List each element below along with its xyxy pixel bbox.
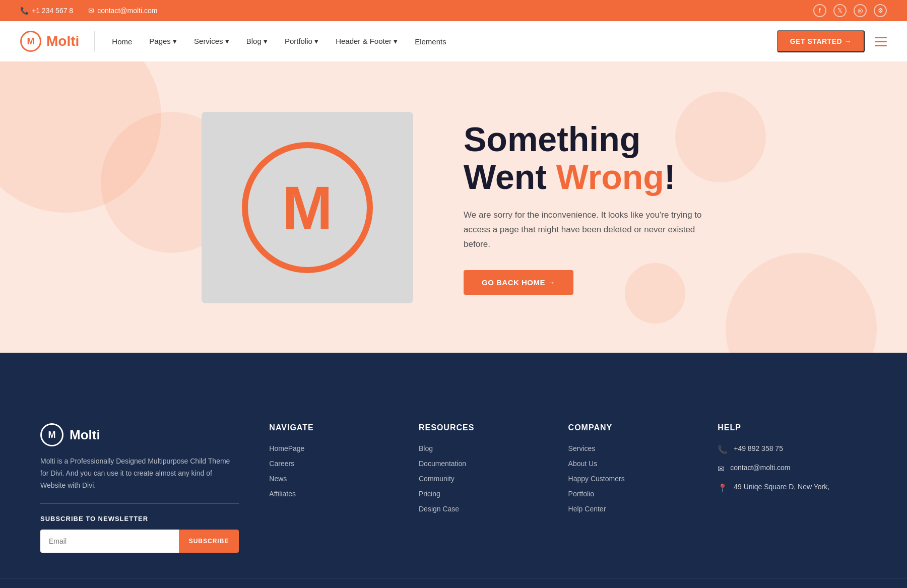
footer-brand-col: M Molti Molti is a Professionally Design… xyxy=(40,423,239,553)
molti-logo-circle: M xyxy=(242,142,373,273)
phone-number: +1 234 567 8 xyxy=(32,7,73,15)
location-icon: 📍 xyxy=(718,483,728,493)
top-bar: 📞 +1 234 567 8 ✉ contact@molti.com f 𝕏 ◎… xyxy=(0,0,907,21)
phone-icon: 📞 xyxy=(20,7,29,15)
help-phone-number: +49 892 358 75 xyxy=(734,444,783,452)
hero-title: Something Went Wrong! xyxy=(464,120,705,196)
bg-circle-3 xyxy=(726,253,877,354)
company-title: COMPANY xyxy=(568,423,688,432)
hamburger-line1 xyxy=(875,37,887,38)
nav-blog[interactable]: Blog ▾ xyxy=(239,33,275,50)
facebook-icon[interactable]: f xyxy=(813,4,826,17)
footer-co-happy-customers[interactable]: Happy Customers xyxy=(568,475,688,483)
footer-co-about[interactable]: About Us xyxy=(568,460,688,468)
footer-nav-homepage[interactable]: HomePage xyxy=(269,444,388,452)
newsletter-email-input[interactable] xyxy=(40,530,179,553)
newsletter-label: SUBSCRIBE TO NEWSLETTER xyxy=(40,515,239,522)
nav-pages[interactable]: Pages ▾ xyxy=(142,33,184,50)
footer-res-community[interactable]: Community xyxy=(419,475,538,483)
logo-icon: M xyxy=(20,31,41,52)
footer-bottom: © Copyright Molti 2020. Made with ♥ Sama… xyxy=(0,578,907,588)
nav-divider xyxy=(94,31,95,51)
hero-title-part2: Went xyxy=(464,158,556,196)
footer-co-services[interactable]: Services xyxy=(568,444,688,452)
logo-text: Molti xyxy=(46,33,79,49)
footer-res-pricing[interactable]: Pricing xyxy=(419,490,538,498)
get-started-button[interactable]: GET STARTED → xyxy=(777,30,865,52)
phone-contact[interactable]: 📞 +1 234 567 8 xyxy=(20,7,73,15)
top-bar-social: f 𝕏 ◎ ⚙ xyxy=(813,4,887,17)
nav-links: Home Pages ▾ Services ▾ Blog ▾ Portfolio… xyxy=(105,33,777,50)
footer-divider xyxy=(40,503,239,504)
top-bar-left: 📞 +1 234 567 8 ✉ contact@molti.com xyxy=(20,7,157,15)
footer-navigate-col: NAVIGATE HomePage Careers News Affiliate… xyxy=(269,423,388,553)
newsletter-form: SUBSCRIBE xyxy=(40,530,239,553)
help-title: HELP xyxy=(718,423,867,432)
hamburger-line2 xyxy=(875,41,887,42)
hero-title-part1: Something xyxy=(464,120,640,158)
hero-image-box: M xyxy=(202,112,413,303)
footer-logo-icon: M xyxy=(40,423,63,446)
footer-res-documentation[interactable]: Documentation xyxy=(419,460,538,468)
subscribe-button[interactable]: SUBSCRIBE xyxy=(179,530,239,553)
help-address: 📍 49 Uniqe Square D, New York, xyxy=(718,483,867,493)
email-address: contact@molti.com xyxy=(97,7,157,15)
wave-divider xyxy=(0,353,907,393)
footer-logo-text: Molti xyxy=(70,427,100,443)
footer-res-blog[interactable]: Blog xyxy=(419,444,538,452)
footer-description: Molti is a Professionally Designed Multi… xyxy=(40,455,239,491)
hero-description: We are sorry for the inconvenience. It l… xyxy=(464,208,705,252)
nav-header-footer[interactable]: Header & Footer ▾ xyxy=(329,33,405,50)
footer-grid: M Molti Molti is a Professionally Design… xyxy=(40,423,867,578)
nav-home[interactable]: Home xyxy=(105,33,139,50)
nav-services[interactable]: Services ▾ xyxy=(187,33,236,50)
hero-section: M Something Went Wrong! We are sorry for… xyxy=(0,61,907,354)
logo[interactable]: M Molti xyxy=(20,31,79,52)
molti-m-letter: M xyxy=(282,177,333,238)
help-email: ✉ contact@molti.com xyxy=(718,464,867,474)
nav-portfolio[interactable]: Portfolio ▾ xyxy=(278,33,326,50)
footer-co-portfolio[interactable]: Portfolio xyxy=(568,490,688,498)
footer-nav-news[interactable]: News xyxy=(269,475,388,483)
help-address-text: 49 Uniqe Square D, New York, xyxy=(734,483,829,491)
footer-nav-affiliates[interactable]: Affiliates xyxy=(269,490,388,498)
footer-co-help-center[interactable]: Help Center xyxy=(568,505,688,513)
footer-resources-col: RESOURCES Blog Documentation Community P… xyxy=(419,423,538,553)
hero-title-highlight: Wrong xyxy=(556,158,664,196)
instagram-icon[interactable]: ◎ xyxy=(854,4,867,17)
nav-elements[interactable]: Elements xyxy=(408,33,454,50)
hamburger-menu[interactable] xyxy=(875,37,887,46)
hero-content: Something Went Wrong! We are sorry for t… xyxy=(464,120,705,294)
email-contact[interactable]: ✉ contact@molti.com xyxy=(88,7,157,15)
email-icon: ✉ xyxy=(88,7,94,15)
phone-icon: 📞 xyxy=(718,445,728,454)
navigate-title: NAVIGATE xyxy=(269,423,388,432)
footer-help-col: HELP 📞 +49 892 358 75 ✉ contact@molti.co… xyxy=(718,423,867,553)
help-email-address: contact@molti.com xyxy=(730,464,790,472)
hero-title-end: ! xyxy=(664,158,676,196)
mail-icon: ✉ xyxy=(718,464,724,474)
help-phone: 📞 +49 892 358 75 xyxy=(718,444,867,454)
footer-logo[interactable]: M Molti xyxy=(40,423,239,446)
settings-icon[interactable]: ⚙ xyxy=(874,4,887,17)
resources-title: RESOURCES xyxy=(419,423,538,432)
twitter-icon[interactable]: 𝕏 xyxy=(833,4,847,17)
footer: M Molti Molti is a Professionally Design… xyxy=(0,393,907,578)
footer-nav-careers[interactable]: Careers xyxy=(269,460,388,468)
footer-res-design-case[interactable]: Design Case xyxy=(419,505,538,513)
navbar: M Molti Home Pages ▾ Services ▾ Blog ▾ P… xyxy=(0,21,907,61)
go-back-home-button[interactable]: GO BACK HOME → xyxy=(464,270,573,295)
footer-company-col: COMPANY Services About Us Happy Customer… xyxy=(568,423,688,553)
hamburger-line3 xyxy=(875,45,887,46)
